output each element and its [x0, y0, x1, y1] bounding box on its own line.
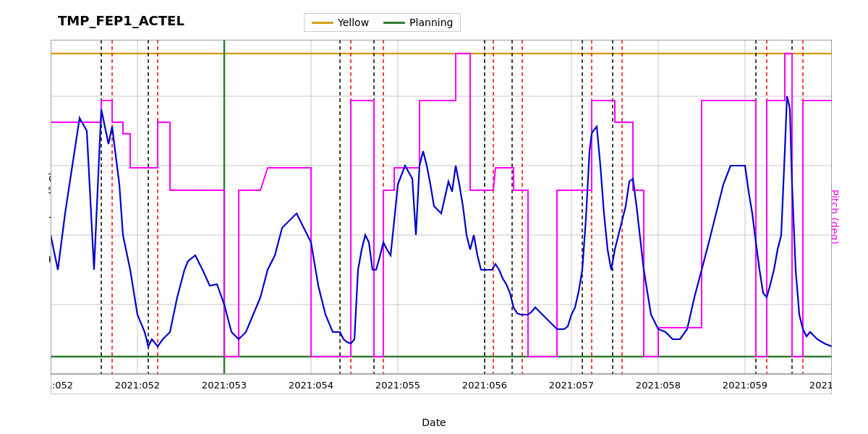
svg-text:2021:057: 2021:057: [549, 380, 594, 391]
svg-text:2021:052: 2021:052: [51, 380, 73, 391]
legend: Yellow Planning: [304, 13, 461, 32]
legend-yellow: Yellow: [312, 17, 369, 28]
svg-text:2021:052: 2021:052: [115, 380, 160, 391]
svg-text:2021:054: 2021:054: [289, 380, 333, 391]
svg-text:2021:056: 2021:056: [462, 380, 507, 391]
yellow-label: Yellow: [338, 17, 369, 28]
svg-text:2021:058: 2021:058: [636, 380, 681, 391]
planning-legend-line: [383, 22, 405, 24]
svg-text:2021:055: 2021:055: [375, 380, 420, 391]
svg-text:2021:059: 2021:059: [723, 380, 767, 391]
chart-container: TMP_FEP1_ACTEL Yellow Planning Temperatu…: [0, 0, 868, 434]
planning-label: Planning: [409, 17, 453, 28]
svg-text:2021:053: 2021:053: [202, 380, 247, 391]
svg-text:2021:060: 2021:060: [809, 380, 832, 391]
legend-planning: Planning: [383, 17, 453, 28]
main-chart-svg: 0 10 20 30 40 180 170 160 150 140 130 12…: [51, 40, 832, 394]
yellow-legend-line: [312, 22, 333, 24]
x-axis-label: Date: [422, 417, 446, 428]
chart-title: TMP_FEP1_ACTEL: [58, 13, 184, 28]
